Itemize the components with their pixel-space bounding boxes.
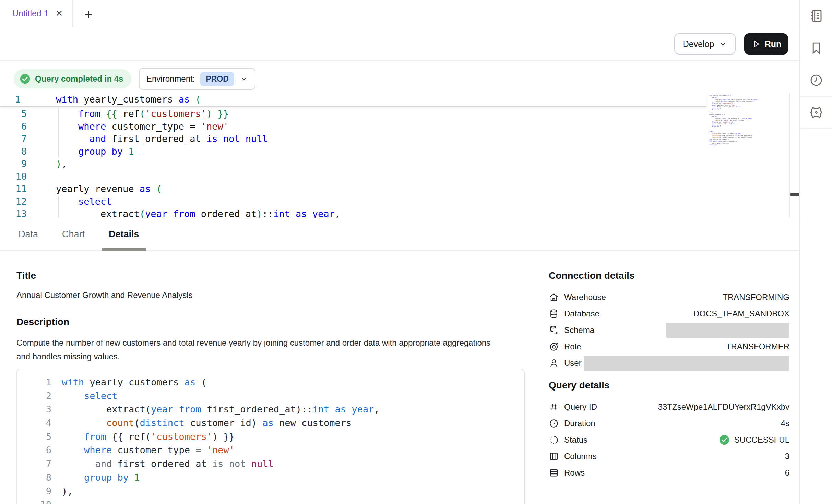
line-number: 7 bbox=[0, 133, 27, 145]
bookmark-icon bbox=[809, 41, 823, 55]
line-number: 7 bbox=[17, 457, 51, 471]
bookmark-button[interactable] bbox=[800, 32, 832, 64]
database-icon bbox=[549, 309, 559, 319]
detail-label: Schema bbox=[564, 325, 594, 335]
description-heading: Description bbox=[16, 316, 525, 328]
history-icon bbox=[809, 73, 823, 87]
role-icon bbox=[549, 341, 559, 352]
line-number: 9 bbox=[0, 158, 27, 170]
code-line: 11yearly_revenue as ( bbox=[0, 183, 703, 195]
editor-minimap[interactable]: with yearly_customers as ( select extrac… bbox=[709, 95, 787, 217]
code-line: 8 group by 1 bbox=[17, 471, 524, 484]
scrollbar-thumb[interactable] bbox=[790, 193, 799, 196]
detail-row-duration: Duration4s bbox=[549, 415, 789, 432]
develop-button[interactable]: Develop bbox=[674, 33, 736, 55]
tab-details[interactable]: Details bbox=[107, 218, 141, 250]
right-sidebar bbox=[799, 0, 832, 504]
code-line: 7 and first_ordered_at is not null bbox=[0, 133, 703, 145]
detail-row-rows: Rows6 bbox=[549, 465, 789, 481]
detail-label: Role bbox=[564, 342, 581, 351]
title-value: Annual Customer Growth and Revenue Analy… bbox=[16, 290, 525, 300]
detail-value: DOCS_TEAM_SANDBOX bbox=[693, 309, 789, 319]
code-line: 5 from {{ ref('customers') }} bbox=[0, 108, 703, 120]
sticky-scroll-line: 1with yearly_customers as ( bbox=[0, 93, 706, 107]
environment-selector[interactable]: Environment: PROD bbox=[139, 68, 255, 90]
detail-row-columns: Columns3 bbox=[549, 448, 789, 465]
detail-label: Columns bbox=[564, 452, 597, 461]
detail-label: Rows bbox=[564, 468, 585, 478]
detail-label: Database bbox=[564, 309, 599, 319]
editor-scrollbar[interactable] bbox=[789, 93, 799, 218]
result-tabs: DataChartDetails bbox=[0, 218, 799, 251]
tab-data[interactable]: Data bbox=[16, 218, 40, 250]
code-line: 5 from {{ ref('customers') }} bbox=[17, 430, 524, 444]
columns-icon bbox=[549, 451, 559, 461]
detail-value: 4s bbox=[781, 419, 789, 428]
editor-code-lines[interactable]: 5 from {{ ref('customers') }}6 where cus… bbox=[0, 108, 703, 218]
detail-value: TRANSFORMER bbox=[726, 342, 789, 351]
run-button[interactable]: Run bbox=[744, 33, 788, 55]
query-status-text: Query completed in 4s bbox=[35, 74, 123, 84]
line-number: 11 bbox=[0, 183, 27, 195]
line-number: 9 bbox=[17, 484, 51, 498]
new-tab-button[interactable] bbox=[82, 8, 95, 21]
tab-chart[interactable]: Chart bbox=[60, 218, 87, 250]
indent-guide bbox=[81, 133, 81, 145]
detail-label: Duration bbox=[564, 419, 595, 428]
chevron-down-icon bbox=[719, 40, 727, 48]
environment-label: Environment: bbox=[146, 74, 195, 84]
query-status-badge: Query completed in 4s bbox=[14, 69, 131, 88]
hash-icon bbox=[549, 402, 559, 412]
rows-icon bbox=[549, 468, 559, 478]
connection-details-rows: WarehouseTRANSFORMINGDatabaseDOCS_TEAM_S… bbox=[549, 289, 789, 371]
code-line: 10 bbox=[0, 170, 703, 183]
sql-editor[interactable]: 5 from {{ ref('customers') }}6 where cus… bbox=[0, 93, 799, 218]
tab-bar: Untitled 1 ✕ bbox=[0, 0, 799, 27]
notebook-button[interactable] bbox=[800, 0, 832, 32]
detail-row-user: User bbox=[549, 355, 789, 371]
detail-label: Warehouse bbox=[564, 292, 606, 302]
line-number: 6 bbox=[0, 120, 27, 133]
redacted-value bbox=[666, 323, 789, 338]
supplied-sql-box: 1with yearly_customers as (2 select3 ext… bbox=[16, 369, 525, 504]
query-details-heading: Query details bbox=[549, 380, 789, 391]
detail-label: User bbox=[564, 358, 582, 368]
check-circle-icon bbox=[718, 434, 730, 446]
code-line: 2 select bbox=[17, 389, 524, 403]
code-line: 9), bbox=[0, 158, 703, 170]
line-number: 6 bbox=[17, 443, 51, 457]
close-icon[interactable]: ✕ bbox=[56, 9, 63, 18]
line-number: 3 bbox=[17, 403, 51, 416]
sparkle-icon bbox=[809, 105, 823, 120]
detail-row-status: StatusSUCCESSFUL bbox=[549, 432, 789, 448]
schema-icon bbox=[549, 325, 559, 335]
tab-divider bbox=[72, 0, 73, 27]
indent-guide bbox=[58, 108, 59, 158]
detail-label: Query ID bbox=[564, 402, 597, 412]
history-button[interactable] bbox=[800, 64, 832, 97]
line-number: 8 bbox=[0, 145, 27, 158]
code-line: 3 extract(year from first_ordered_at)::i… bbox=[17, 403, 524, 416]
chevron-down-icon bbox=[240, 75, 248, 83]
environment-value-badge: PROD bbox=[200, 72, 234, 86]
run-label: Run bbox=[765, 39, 782, 49]
line-number: 5 bbox=[17, 430, 51, 444]
detail-row-database: DatabaseDOCS_TEAM_SANDBOX bbox=[549, 305, 789, 322]
code-line: 6 where customer_type = 'new' bbox=[0, 120, 703, 133]
code-line: 1with yearly_customers as ( bbox=[17, 375, 524, 389]
line-number: 4 bbox=[17, 416, 51, 430]
detail-label: Status bbox=[564, 435, 587, 445]
tab-untitled-1[interactable]: Untitled 1 ✕ bbox=[0, 0, 69, 27]
sparkle-button[interactable] bbox=[800, 97, 832, 129]
query-details-rows: Query ID33TZseWpe1ALFDUYerxR1gVKxbvDurat… bbox=[549, 399, 789, 481]
play-icon bbox=[751, 39, 761, 49]
code-line: 9), bbox=[17, 484, 524, 498]
detail-row-role: RoleTRANSFORMER bbox=[549, 338, 789, 355]
clock-icon bbox=[549, 418, 559, 429]
line-number: 10 bbox=[17, 498, 51, 504]
line-number: 5 bbox=[0, 108, 27, 120]
description-value: Compute the number of new customers and … bbox=[16, 336, 497, 363]
details-right-column: Connection details WarehouseTRANSFORMING… bbox=[549, 270, 789, 481]
line-number: 13 bbox=[0, 208, 27, 218]
detail-row-schema: Schema bbox=[549, 322, 789, 338]
